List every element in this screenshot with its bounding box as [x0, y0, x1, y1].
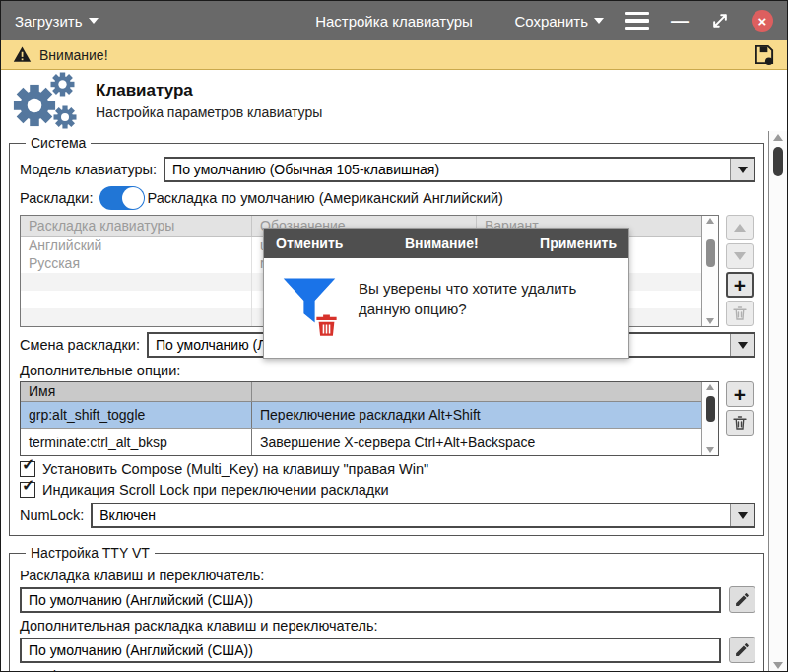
page-title: Клавиатура — [96, 81, 322, 101]
down-arrow-icon — [734, 252, 746, 260]
add-option-button[interactable]: + — [726, 381, 754, 407]
page-header: Клавиатура Настройка параметров клавиату… — [1, 70, 787, 131]
numlock-value: Включен — [93, 504, 730, 526]
tty-group-legend: Настройка TTY VT — [26, 545, 155, 561]
chevron-down-icon — [89, 18, 98, 24]
scroll-up-icon[interactable] — [706, 384, 714, 390]
pencil-icon — [734, 591, 751, 608]
scrollbar-thumb[interactable] — [773, 147, 783, 176]
layouts-label: Раскладки: — [20, 190, 93, 206]
cell-layout-name: Русская — [21, 255, 252, 273]
tty-alt-keymap-row: По умолчанию (Английский (США)) — [20, 637, 755, 663]
load-menu-label: Загрузить — [15, 13, 83, 30]
tty-group: Настройка TTY VT Раскладка клавиш и пере… — [9, 545, 764, 672]
keyboard-model-label: Модель клавиатуры: — [20, 162, 157, 177]
delete-option-illustration — [280, 270, 343, 339]
column-header — [252, 382, 701, 401]
scroll-lock-checkbox-row[interactable]: ✓ Индикация Scroll Lock при переключении… — [20, 482, 755, 498]
scroll-lock-checkbox-label: Индикация Scroll Lock при переключении р… — [42, 482, 389, 498]
cell-option-description: Завершение X-сервера Ctrl+Alt+Backspace — [252, 429, 701, 455]
load-menu-button[interactable]: Загрузить — [15, 13, 98, 30]
minimize-button[interactable]: — — [671, 16, 689, 26]
move-down-button[interactable] — [726, 243, 754, 269]
cell-layout-name: Английский — [21, 237, 252, 255]
dialog-header: Отменить Внимание! Применить — [264, 229, 628, 258]
system-group-legend: Система — [26, 135, 91, 151]
keyboard-model-dropdown-button[interactable] — [730, 159, 754, 180]
scrollbar-thumb[interactable] — [706, 396, 715, 422]
scroll-up-icon[interactable] — [706, 218, 714, 224]
cell-option-name: grp:alt_shift_toggle — [21, 402, 252, 428]
checkbox-checked[interactable]: ✓ — [20, 461, 35, 477]
main-scrollbar[interactable] — [768, 131, 787, 672]
maximize-button[interactable] — [710, 11, 730, 31]
options-table-header: Имя — [21, 382, 701, 402]
plus-icon: + — [734, 384, 746, 405]
scroll-down-icon[interactable] — [706, 318, 714, 324]
close-icon: × — [758, 13, 767, 30]
chevron-down-icon — [594, 18, 604, 24]
numlock-row: NumLock: Включен — [20, 503, 755, 528]
tty-keymap-label: Раскладка клавиш и переключатель: — [20, 568, 755, 583]
compose-checkbox-label: Установить Compose (Multi_Key) на клавиш… — [42, 461, 428, 477]
trash-icon — [731, 304, 749, 322]
chevron-down-icon — [738, 512, 748, 519]
layout-switch-label: Смена раскладки: — [20, 337, 140, 353]
numlock-label: NumLock: — [20, 507, 84, 523]
tty-alt-keymap-label: Дополнительная раскладка клавиш и перекл… — [20, 618, 755, 634]
extra-options-label: Дополнительные опции: — [20, 363, 755, 378]
numlock-select[interactable]: Включен — [91, 503, 755, 528]
chevron-down-icon — [738, 342, 748, 349]
hamburger-menu-icon[interactable] — [625, 12, 649, 31]
delete-option-button[interactable] — [726, 410, 754, 436]
move-up-button[interactable] — [726, 215, 754, 240]
tty-alt-keymap-edit-button[interactable] — [729, 637, 755, 663]
check-icon: ✓ — [22, 455, 34, 474]
keyboard-model-select[interactable]: По умолчанию (Обычная 105-клавишная) — [164, 157, 755, 182]
cell-option-description: Переключение раскладки Alt+Shift — [252, 402, 701, 428]
add-layout-button[interactable]: + — [726, 272, 754, 298]
keyboard-model-value: По умолчанию (Обычная 105-клавишная) — [165, 159, 730, 180]
titlebar: Загрузить Настройка клавиатуры Сохранить… — [1, 1, 787, 40]
scroll-down-icon[interactable] — [706, 447, 714, 453]
pencil-icon — [734, 641, 751, 658]
toggle-knob — [122, 187, 144, 209]
keyboard-model-row: Модель клавиатуры: По умолчанию (Обычная… — [20, 157, 755, 182]
table-row[interactable]: terminate:ctrl_alt_bksp Завершение X-сер… — [21, 429, 701, 455]
tty-font-label: Шрифт: — [20, 668, 755, 672]
layout-switch-dropdown-button[interactable] — [730, 334, 754, 356]
dialog-title: Внимание! — [343, 235, 540, 251]
save-menu-button[interactable]: Сохранить — [514, 13, 604, 30]
delete-layout-button[interactable] — [726, 301, 754, 326]
page-subtitle: Настройка параметров клавиатуры — [96, 104, 322, 120]
layouts-toggle-text: Раскладка по умолчанию (Американский Анг… — [147, 190, 502, 206]
dialog-message: Вы уверены что хотите удалить данную опц… — [359, 270, 617, 339]
trash-icon — [731, 414, 749, 432]
column-header: Имя — [21, 382, 252, 401]
scrollbar-thumb[interactable] — [706, 239, 715, 267]
layouts-table-scrollbar[interactable] — [701, 216, 718, 326]
scroll-down-icon[interactable] — [773, 662, 783, 669]
options-table[interactable]: Имя grp:alt_shift_toggle Переключение ра… — [20, 381, 719, 456]
layouts-row: Раскладки: Раскладка по умолчанию (Амери… — [20, 186, 755, 210]
options-table-scrollbar[interactable] — [701, 382, 718, 455]
close-button[interactable]: × — [752, 10, 773, 32]
scroll-region: Система Модель клавиатуры: По умолчанию … — [1, 131, 787, 672]
tty-keymap-field[interactable]: По умолчанию (Английский (США)) — [20, 587, 721, 613]
dialog-apply-button[interactable]: Применить — [540, 235, 617, 251]
tty-keymap-edit-button[interactable] — [729, 586, 755, 613]
save-floppy-icon[interactable] — [753, 43, 775, 66]
tty-alt-keymap-field[interactable]: По умолчанию (Английский (США)) — [20, 638, 721, 663]
dialog-cancel-button[interactable]: Отменить — [276, 235, 343, 251]
numlock-dropdown-button[interactable] — [730, 504, 754, 526]
scroll-up-icon[interactable] — [773, 134, 783, 141]
layouts-default-toggle[interactable] — [99, 186, 145, 210]
checkbox-checked[interactable]: ✓ — [20, 482, 35, 498]
save-menu-label: Сохранить — [514, 13, 588, 30]
dialog-body: Вы уверены что хотите удалить данную опц… — [264, 258, 628, 347]
table-row[interactable]: grp:alt_shift_toggle Переключение раскла… — [21, 402, 701, 429]
expand-icon — [714, 15, 726, 27]
chevron-down-icon — [738, 167, 748, 173]
compose-checkbox-row[interactable]: ✓ Установить Compose (Multi_Key) на клав… — [20, 461, 755, 477]
warning-bar: Внимание! — [1, 40, 787, 70]
